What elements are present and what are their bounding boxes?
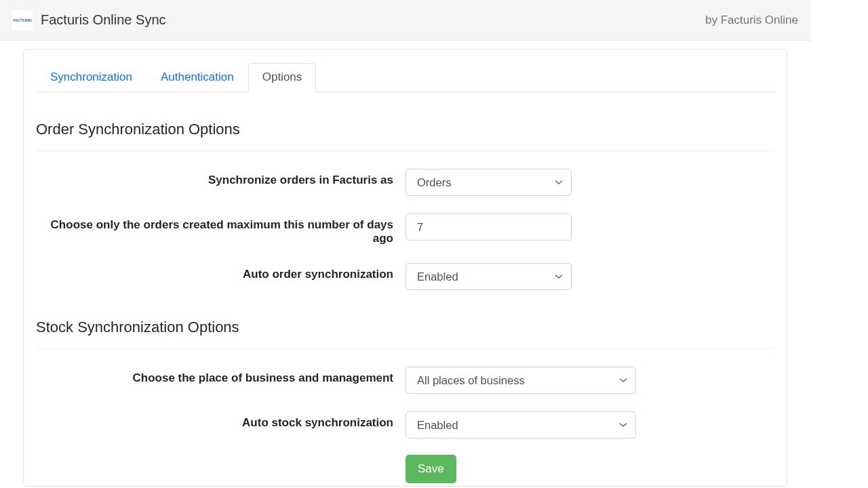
select-sync-as-value: Orders — [417, 176, 451, 189]
select-auto-stock[interactable]: Enabled — [406, 411, 636, 439]
select-place[interactable]: All places of business — [406, 367, 636, 394]
app-title: Facturis Online Sync — [41, 12, 166, 28]
tab-options[interactable]: Options — [248, 63, 317, 92]
tabs: Synchronization Authentication Options — [36, 49, 774, 92]
topbar: FACTURIS Facturis Online Sync by Facturi… — [0, 0, 810, 41]
order-sync-section-title: Order Synchronization Options — [36, 121, 774, 151]
select-auto-order[interactable]: Enabled — [406, 263, 572, 290]
select-auto-order-value: Enabled — [417, 270, 458, 283]
row-days-ago: Choose only the orders created maximum t… — [36, 214, 774, 245]
row-place: Choose the place of business and managem… — [36, 367, 774, 394]
byline: by Facturis Online — [705, 14, 798, 27]
row-sync-as: Synchronize orders in Facturis as Orders — [36, 169, 774, 196]
app-logo: FACTURIS — [12, 10, 33, 30]
select-auto-stock-value: Enabled — [417, 419, 458, 432]
label-days-ago: Choose only the orders created maximum t… — [36, 214, 406, 245]
select-place-value: All places of business — [417, 374, 525, 387]
label-sync-as: Synchronize orders in Facturis as — [36, 169, 406, 187]
row-auto-stock: Auto stock synchronization Enabled — [36, 411, 774, 439]
label-auto-order: Auto order synchronization — [36, 263, 406, 281]
topbar-left: FACTURIS Facturis Online Sync — [12, 10, 166, 30]
input-days-ago[interactable] — [406, 214, 572, 241]
select-sync-as[interactable]: Orders — [406, 169, 572, 196]
stock-sync-section-title: Stock Synchronization Options — [36, 319, 774, 349]
chevron-down-icon — [555, 178, 563, 186]
save-button[interactable]: Save — [406, 455, 456, 483]
settings-card: Synchronization Authentication Options O… — [23, 49, 787, 487]
row-auto-order: Auto order synchronization Enabled — [36, 263, 774, 290]
chevron-down-icon — [619, 421, 627, 429]
page-content: Synchronization Authentication Options O… — [0, 41, 810, 487]
tab-authentication[interactable]: Authentication — [146, 63, 248, 92]
chevron-down-icon — [555, 272, 563, 281]
label-auto-stock: Auto stock synchronization — [36, 411, 406, 430]
tab-synchronization[interactable]: Synchronization — [36, 63, 146, 92]
chevron-down-icon — [619, 376, 627, 384]
label-place: Choose the place of business and managem… — [36, 367, 406, 385]
row-save: . Save — [36, 455, 774, 483]
